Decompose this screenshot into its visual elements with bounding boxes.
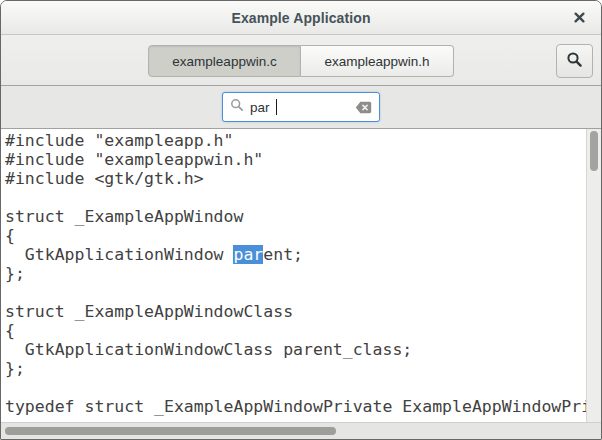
close-button[interactable] xyxy=(566,1,593,34)
text-caret xyxy=(276,99,277,115)
code-text: #include "exampleappwin.h" xyxy=(5,150,263,169)
edit-clear-icon xyxy=(355,101,372,114)
vertical-scrollbar-thumb[interactable] xyxy=(590,131,598,171)
titlebar[interactable]: Example Application xyxy=(1,1,601,35)
close-icon xyxy=(574,9,585,27)
code-line: struct _ExampleAppWindowClass xyxy=(5,302,586,321)
code-line xyxy=(5,378,586,397)
code-view[interactable]: #include "exampleapp.h"#include "example… xyxy=(1,129,586,422)
magnifier-icon xyxy=(566,51,583,72)
vertical-scrollbar[interactable] xyxy=(586,129,601,422)
code-line: }; xyxy=(5,359,586,378)
code-text: }; xyxy=(5,264,25,283)
code-line: { xyxy=(5,321,586,340)
code-line: { xyxy=(5,226,586,245)
code-line xyxy=(5,283,586,302)
code-line: }; xyxy=(5,264,586,283)
code-text: #include "exampleapp.h" xyxy=(5,131,233,150)
tab-label: exampleappwin.c xyxy=(172,54,276,69)
code-text: GtkApplicationWindowClass parent_class; xyxy=(5,340,412,359)
code-text: struct _ExampleAppWindowClass xyxy=(5,302,293,321)
code-text: ent; xyxy=(263,245,303,264)
code-text: struct _ExampleAppWindow xyxy=(5,207,243,226)
tab-exampleappwin-c[interactable]: exampleappwin.c xyxy=(148,45,301,77)
horizontal-scrollbar[interactable] xyxy=(1,422,601,439)
horizontal-scrollbar-thumb[interactable] xyxy=(5,427,336,435)
code-text: GtkApplicationWindow xyxy=(5,245,233,264)
header-toolbar: exampleappwin.c exampleappwin.h xyxy=(1,35,601,86)
code-text: }; xyxy=(5,359,25,378)
code-text: { xyxy=(5,226,15,245)
code-text: typedef struct _ExampleAppWindowPrivate … xyxy=(5,397,586,416)
code-line: #include "exampleapp.h" xyxy=(5,131,586,150)
code-line xyxy=(5,188,586,207)
window-title: Example Application xyxy=(231,10,370,26)
code-line: typedef struct _ExampleAppWindowPrivate … xyxy=(5,397,586,416)
search-bar: par xyxy=(1,86,601,129)
search-toggle-button[interactable] xyxy=(556,44,593,78)
clear-search-button[interactable] xyxy=(355,101,372,114)
code-line: #include <gtk/gtk.h> xyxy=(5,169,586,188)
code-line: struct _ExampleAppWindow xyxy=(5,207,586,226)
tab-switcher: exampleappwin.c exampleappwin.h xyxy=(148,45,454,77)
search-input[interactable]: par xyxy=(222,92,380,122)
tab-label: exampleappwin.h xyxy=(324,54,429,69)
code-line: GtkApplicationWindowClass parent_class; xyxy=(5,340,586,359)
search-query-text: par xyxy=(250,100,270,115)
magnifier-icon xyxy=(230,98,244,116)
tab-exampleappwin-h[interactable]: exampleappwin.h xyxy=(301,45,454,77)
code-line: #include "exampleappwin.h" xyxy=(5,150,586,169)
content-area: #include "exampleapp.h"#include "example… xyxy=(1,129,601,439)
code-line: GtkApplicationWindow parent; xyxy=(5,245,586,264)
app-window: Example Application exampleappwin.c exam… xyxy=(0,0,602,440)
search-match-highlight: par xyxy=(233,245,263,264)
code-text: { xyxy=(5,321,15,340)
code-text: #include <gtk/gtk.h> xyxy=(5,169,204,188)
